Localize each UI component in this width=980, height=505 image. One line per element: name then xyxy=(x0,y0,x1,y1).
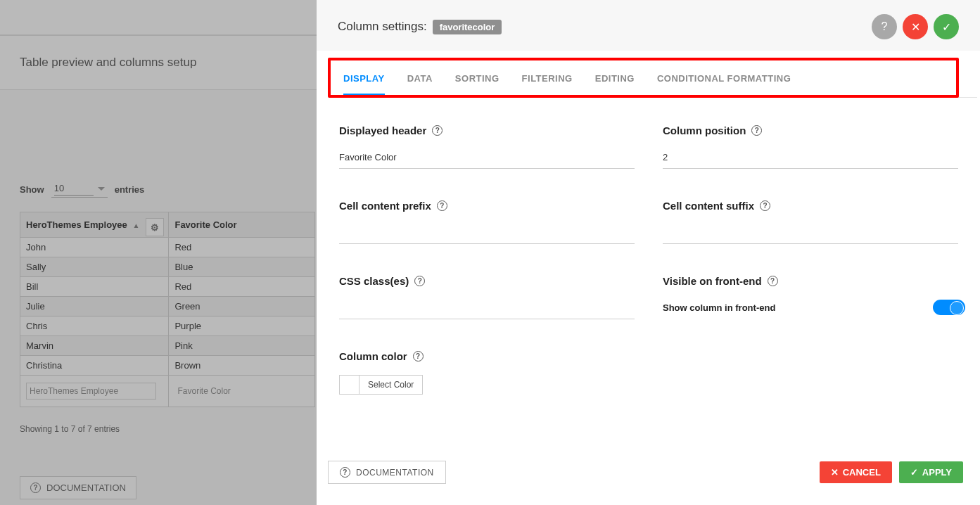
panel-title: Column settings: xyxy=(338,20,427,34)
tab-filtering[interactable]: FILTERING xyxy=(522,73,573,95)
table-row: ChristinaBrown xyxy=(20,356,315,376)
cancel-label: CANCEL xyxy=(843,467,881,478)
close-button[interactable]: ✕ xyxy=(903,14,928,39)
footer-filter-color[interactable] xyxy=(174,383,302,399)
background-page: Table preview and columns setup Show 10 … xyxy=(0,0,317,505)
column-tag: favoritecolor xyxy=(433,20,502,34)
tab-editing[interactable]: EDITING xyxy=(595,73,635,95)
field-cell-suffix: Cell content suffix? xyxy=(663,200,965,244)
cell-prefix-input[interactable] xyxy=(339,224,635,244)
chevron-down-icon xyxy=(98,187,105,191)
help-icon[interactable]: ? xyxy=(768,276,778,286)
check-icon: ✓ xyxy=(942,20,951,34)
column-position-input[interactable] xyxy=(663,149,958,169)
column-color-label: Column color xyxy=(339,350,407,362)
close-icon: ✕ xyxy=(911,20,920,34)
apply-button[interactable]: ✓ APPLY xyxy=(899,461,963,483)
tab-conditional-formatting[interactable]: CONDITIONAL FORMATTING xyxy=(657,73,791,95)
sort-asc-icon: ▲ xyxy=(132,222,139,229)
gear-icon: ⚙ xyxy=(151,222,159,233)
table-row: BillRed xyxy=(20,277,315,297)
col-header-color-label: Favorite Color xyxy=(174,219,236,230)
field-displayed-header: Displayed header? xyxy=(339,124,635,169)
documentation-button-bg[interactable]: ? DOCUMENTATION xyxy=(20,476,136,499)
col-header-employee[interactable]: HeroThemes Employee ▲ ⚙ xyxy=(20,212,169,238)
help-button[interactable]: ? xyxy=(872,14,897,39)
help-icon[interactable]: ? xyxy=(751,125,762,136)
field-column-position: Column position? xyxy=(663,124,965,169)
entries-selector: Show 10 entries xyxy=(20,181,297,198)
tab-display[interactable]: DISPLAY xyxy=(343,73,385,95)
help-icon: ? xyxy=(882,20,888,33)
documentation-label: DOCUMENTATION xyxy=(356,468,434,478)
table-row: SallyBlue xyxy=(20,257,315,277)
table-row: MarvinPink xyxy=(20,336,315,356)
footer-filter-employee[interactable] xyxy=(26,383,156,399)
help-icon[interactable]: ? xyxy=(432,125,443,136)
panel-footer: ? DOCUMENTATION ✕ CANCEL ✓ APPLY xyxy=(317,448,980,505)
css-classes-input[interactable] xyxy=(339,300,635,319)
column-position-label: Column position xyxy=(663,124,746,136)
css-classes-label: CSS class(es) xyxy=(339,275,409,287)
col-header-color[interactable]: Favorite Color xyxy=(169,212,315,238)
apply-label: APPLY xyxy=(922,467,952,478)
help-icon[interactable]: ? xyxy=(413,351,424,362)
color-swatch-icon xyxy=(340,376,359,394)
help-icon: ? xyxy=(340,467,350,478)
field-column-color: Column color? Select Color xyxy=(339,350,635,397)
close-icon: ✕ xyxy=(831,467,839,478)
show-column-toggle[interactable] xyxy=(933,300,965,315)
column-settings-button[interactable]: ⚙ xyxy=(146,218,164,236)
show-column-toggle-label: Show column in front-end xyxy=(663,302,775,313)
help-icon[interactable]: ? xyxy=(760,200,770,211)
table-row: JulieGreen xyxy=(20,297,315,317)
table-row: JohnRed xyxy=(20,238,315,257)
entries-info: Showing 1 to 7 of 7 entries xyxy=(20,424,297,434)
help-icon: ? xyxy=(30,482,41,493)
tab-sorting[interactable]: SORTING xyxy=(455,73,499,95)
help-icon[interactable]: ? xyxy=(437,200,447,211)
cell-suffix-label: Cell content suffix xyxy=(663,200,754,212)
confirm-button[interactable]: ✓ xyxy=(934,14,959,39)
show-label: Show xyxy=(20,184,44,195)
cell-suffix-input[interactable] xyxy=(663,224,958,244)
page-size-select[interactable]: 10 xyxy=(54,181,94,196)
check-icon: ✓ xyxy=(910,467,918,478)
field-visible-frontend: Visible on front-end? Show column in fro… xyxy=(663,275,965,319)
entries-label: entries xyxy=(115,184,145,195)
documentation-button[interactable]: ? DOCUMENTATION xyxy=(328,461,446,484)
displayed-header-input[interactable] xyxy=(339,149,635,169)
visible-frontend-label: Visible on front-end xyxy=(663,275,762,287)
cancel-button[interactable]: ✕ CANCEL xyxy=(820,461,892,483)
field-cell-prefix: Cell content prefix? xyxy=(339,200,635,244)
col-header-employee-label: HeroThemes Employee xyxy=(26,219,127,230)
page-title: Table preview and columns setup xyxy=(0,35,317,90)
select-color-label: Select Color xyxy=(359,380,422,390)
tabs-highlight-box: DISPLAY DATA SORTING FILTERING EDITING C… xyxy=(328,58,959,98)
select-color-button[interactable]: Select Color xyxy=(339,375,423,395)
panel-header: Column settings: favoritecolor ? ✕ ✓ xyxy=(317,0,980,51)
column-settings-panel: Column settings: favoritecolor ? ✕ ✓ DIS… xyxy=(317,0,980,505)
documentation-label: DOCUMENTATION xyxy=(46,482,126,493)
field-css-classes: CSS class(es)? xyxy=(339,275,635,319)
cell-prefix-label: Cell content prefix xyxy=(339,200,431,212)
preview-table: HeroThemes Employee ▲ ⚙ Favorite Color J… xyxy=(20,212,315,407)
table-row: ChrisPurple xyxy=(20,317,315,336)
tab-data[interactable]: DATA xyxy=(407,73,433,95)
help-icon[interactable]: ? xyxy=(414,276,425,286)
displayed-header-label: Displayed header xyxy=(339,124,426,136)
